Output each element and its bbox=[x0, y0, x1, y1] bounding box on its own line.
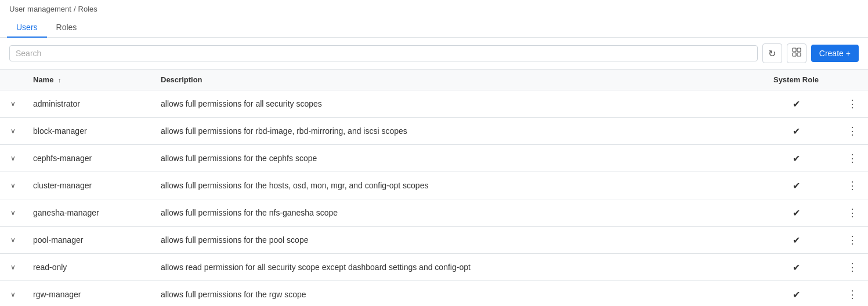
expand-button[interactable]: ∨ bbox=[7, 99, 19, 109]
name-cell: cephfs-manager bbox=[26, 145, 154, 172]
description-cell: allows full permissions for all security… bbox=[154, 90, 755, 118]
row-actions-button[interactable]: ⋮ bbox=[844, 123, 861, 139]
check-icon: ✔ bbox=[762, 180, 830, 191]
sort-icon: ↑ bbox=[58, 76, 62, 83]
actions-cell: ⋮ bbox=[837, 199, 868, 227]
check-icon: ✔ bbox=[762, 207, 830, 218]
toolbar-actions: ↻ Create + bbox=[762, 43, 859, 63]
name-cell: pool-manager bbox=[26, 227, 154, 254]
actions-cell: ⋮ bbox=[837, 145, 868, 172]
col-system-role-header: System Role bbox=[755, 70, 837, 90]
svg-rect-2 bbox=[793, 53, 796, 56]
description-cell: allows full permissions for the rgw scop… bbox=[154, 281, 755, 307]
export-icon bbox=[792, 48, 801, 59]
table-row: ∨ pool-manager allows full permissions f… bbox=[0, 227, 868, 254]
expand-cell: ∨ bbox=[0, 254, 26, 281]
export-button[interactable] bbox=[787, 43, 806, 63]
table-container: Name ↑ Description System Role ∨ adminis… bbox=[0, 70, 868, 306]
description-cell: allows full permissions for the hosts, o… bbox=[154, 172, 755, 199]
actions-cell: ⋮ bbox=[837, 281, 868, 307]
expand-cell: ∨ bbox=[0, 145, 26, 172]
check-icon: ✔ bbox=[762, 153, 830, 164]
description-cell: allows full permissions for the cephfs s… bbox=[154, 145, 755, 172]
system-role-cell: ✔ bbox=[755, 90, 837, 118]
expand-button[interactable]: ∨ bbox=[7, 180, 19, 191]
toolbar: ↻ Create + bbox=[0, 38, 868, 70]
row-actions-button[interactable]: ⋮ bbox=[844, 287, 861, 302]
svg-rect-1 bbox=[797, 48, 801, 52]
actions-cell: ⋮ bbox=[837, 90, 868, 118]
check-icon: ✔ bbox=[762, 99, 830, 110]
breadcrumb-parent: User management bbox=[9, 5, 71, 13]
system-role-cell: ✔ bbox=[755, 254, 837, 281]
name-cell: cluster-manager bbox=[26, 172, 154, 199]
description-cell: allows full permissions for the nfs-gane… bbox=[154, 199, 755, 227]
expand-cell: ∨ bbox=[0, 227, 26, 254]
table-row: ∨ rgw-manager allows full permissions fo… bbox=[0, 281, 868, 307]
col-system-role-label: System Role bbox=[773, 75, 819, 84]
actions-cell: ⋮ bbox=[837, 118, 868, 145]
check-icon: ✔ bbox=[762, 126, 830, 137]
expand-cell: ∨ bbox=[0, 172, 26, 199]
system-role-cell: ✔ bbox=[755, 281, 837, 307]
expand-cell: ∨ bbox=[0, 281, 26, 307]
name-cell: block-manager bbox=[26, 118, 154, 145]
tabs-container: UsersRoles bbox=[0, 18, 868, 38]
system-role-cell: ✔ bbox=[755, 199, 837, 227]
search-input[interactable] bbox=[16, 49, 751, 58]
expand-button[interactable]: ∨ bbox=[7, 126, 19, 136]
svg-rect-0 bbox=[793, 48, 796, 52]
expand-button[interactable]: ∨ bbox=[7, 289, 19, 300]
table-row: ∨ administrator allows full permissions … bbox=[0, 90, 868, 118]
system-role-cell: ✔ bbox=[755, 227, 837, 254]
col-description-label: Description bbox=[161, 75, 202, 84]
table-header-row: Name ↑ Description System Role bbox=[0, 70, 868, 90]
table-row: ∨ read-only allows read permission for a… bbox=[0, 254, 868, 281]
breadcrumb-current: Roles bbox=[78, 5, 97, 13]
expand-button[interactable]: ∨ bbox=[7, 207, 19, 218]
description-cell: allows read permission for all security … bbox=[154, 254, 755, 281]
name-cell: ganesha-manager bbox=[26, 199, 154, 227]
name-cell: administrator bbox=[26, 90, 154, 118]
col-expand-header bbox=[0, 70, 26, 90]
description-cell: allows full permissions for rbd-image, r… bbox=[154, 118, 755, 145]
expand-button[interactable]: ∨ bbox=[7, 153, 19, 163]
table-row: ∨ ganesha-manager allows full permission… bbox=[0, 199, 868, 227]
row-actions-button[interactable]: ⋮ bbox=[844, 260, 861, 275]
table-row: ∨ block-manager allows full permissions … bbox=[0, 118, 868, 145]
description-cell: allows full permissions for the pool sco… bbox=[154, 227, 755, 254]
check-icon: ✔ bbox=[762, 235, 830, 246]
table-row: ∨ cephfs-manager allows full permissions… bbox=[0, 145, 868, 172]
actions-cell: ⋮ bbox=[837, 254, 868, 281]
refresh-button[interactable]: ↻ bbox=[762, 43, 782, 63]
col-name-header[interactable]: Name ↑ bbox=[26, 70, 154, 90]
breadcrumb-separator: / bbox=[74, 5, 76, 13]
system-role-cell: ✔ bbox=[755, 118, 837, 145]
tab-users[interactable]: Users bbox=[7, 18, 47, 38]
check-icon: ✔ bbox=[762, 262, 830, 273]
svg-rect-3 bbox=[797, 53, 801, 56]
expand-cell: ∨ bbox=[0, 199, 26, 227]
col-name-label: Name bbox=[33, 75, 53, 84]
system-role-cell: ✔ bbox=[755, 145, 837, 172]
check-icon: ✔ bbox=[762, 289, 830, 300]
row-actions-button[interactable]: ⋮ bbox=[844, 96, 861, 111]
expand-button[interactable]: ∨ bbox=[7, 262, 19, 272]
expand-button[interactable]: ∨ bbox=[7, 235, 19, 245]
system-role-cell: ✔ bbox=[755, 172, 837, 199]
create-button[interactable]: Create + bbox=[811, 45, 859, 62]
row-actions-button[interactable]: ⋮ bbox=[844, 151, 861, 166]
actions-cell: ⋮ bbox=[837, 172, 868, 199]
create-label: Create bbox=[819, 49, 844, 58]
refresh-icon: ↻ bbox=[768, 48, 776, 59]
name-cell: read-only bbox=[26, 254, 154, 281]
search-container bbox=[9, 45, 758, 61]
row-actions-button[interactable]: ⋮ bbox=[844, 232, 861, 247]
row-actions-button[interactable]: ⋮ bbox=[844, 205, 861, 220]
breadcrumb: User management / Roles bbox=[0, 0, 868, 18]
create-plus-icon: + bbox=[846, 49, 851, 58]
tab-roles[interactable]: Roles bbox=[47, 18, 86, 38]
expand-cell: ∨ bbox=[0, 90, 26, 118]
actions-cell: ⋮ bbox=[837, 227, 868, 254]
row-actions-button[interactable]: ⋮ bbox=[844, 178, 861, 193]
